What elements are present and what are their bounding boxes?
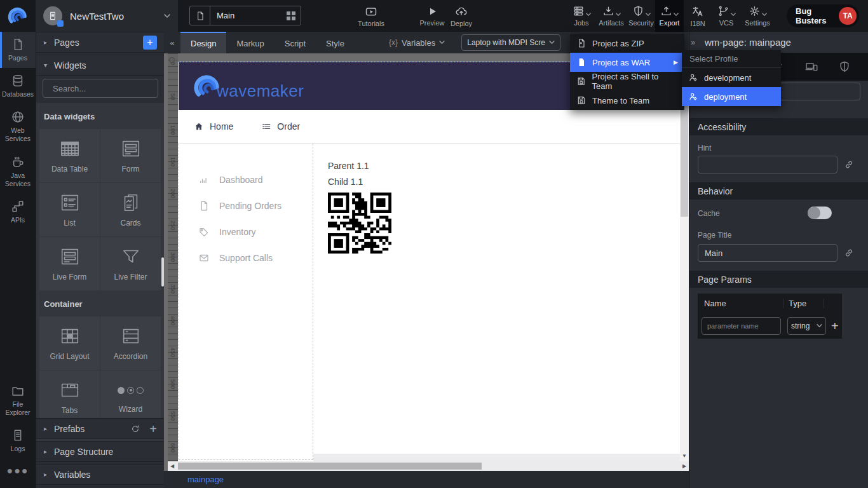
cache-toggle[interactable]: [808, 207, 832, 219]
page-sidebar-item-support-calls[interactable]: Support Calls: [179, 245, 313, 271]
top-bar: NewTestTwo Main Tutorials Preview Deploy…: [0, 0, 868, 32]
chevron-down-icon: [731, 13, 736, 17]
sidebar-item-file-explorer[interactable]: File Explorer: [0, 378, 36, 423]
tab-security-shield-icon[interactable]: [838, 60, 851, 73]
sidebar-item-logs[interactable]: Logs: [0, 423, 36, 459]
scroll-down-arrow[interactable]: [680, 452, 689, 460]
prefabs-section-header[interactable]: Prefabs +: [36, 418, 165, 439]
page-sidebar-item-inventory[interactable]: Inventory: [179, 219, 313, 245]
scroll-right-arrow[interactable]: ▶: [680, 461, 689, 471]
widget-tile-live-filter[interactable]: Live Filter: [100, 237, 161, 290]
collapse-right-panel-button[interactable]: [691, 37, 700, 47]
artifacts-menu-button[interactable]: Artifacts: [595, 0, 627, 32]
scroll-left-arrow[interactable]: ◀: [168, 461, 177, 471]
nav-item-home[interactable]: Home: [194, 121, 233, 132]
widget-search-input[interactable]: [53, 84, 165, 93]
wavemaker-logo[interactable]: [0, 0, 36, 32]
horizontal-scrollbar-thumb[interactable]: [178, 463, 482, 470]
parent-label[interactable]: Parent 1.1: [328, 161, 680, 171]
page-sidebar-widget[interactable]: Dashboard Pending Orders Inventory Suppo…: [179, 144, 313, 460]
hint-input[interactable]: [698, 156, 837, 173]
grid-layout-icon: [59, 325, 81, 347]
widget-tile-live-form[interactable]: Live Form: [39, 237, 100, 290]
settings-menu-button[interactable]: Settings: [741, 0, 774, 32]
tab-script[interactable]: Script: [275, 32, 316, 53]
device-selector[interactable]: Laptop with MDPI Screen: [461, 34, 560, 51]
chevron-down-icon[interactable]: [164, 14, 170, 18]
variables-dropdown-button[interactable]: {x} Variables: [389, 38, 445, 48]
menu-item-theme-to-team[interactable]: Theme to Team: [570, 91, 684, 110]
sidebar-item-web-services[interactable]: Web Services: [0, 104, 36, 149]
sidebar-item-apis[interactable]: APIs: [0, 194, 36, 230]
more-options-button[interactable]: ●●●: [0, 459, 36, 483]
variables-x-icon: {x}: [389, 38, 398, 47]
project-switcher[interactable]: NewTestTwo: [36, 0, 178, 32]
collapse-left-panel-button[interactable]: [166, 38, 178, 48]
preview-button[interactable]: Preview: [416, 0, 449, 32]
tab-style[interactable]: Style: [316, 32, 355, 53]
variables-section-header[interactable]: Variables: [36, 464, 165, 485]
bind-property-link-icon[interactable]: [843, 247, 855, 259]
active-page-link[interactable]: mainpage: [187, 475, 224, 484]
add-param-button[interactable]: [831, 319, 839, 334]
widget-tile-grid-layout[interactable]: Grid Layout: [39, 316, 100, 370]
page-title-input[interactable]: [698, 244, 837, 262]
add-prefab-button[interactable]: +: [149, 424, 157, 433]
widget-tile-accordion[interactable]: Accordion: [100, 316, 161, 370]
sidebar-item-pages[interactable]: Pages: [0, 32, 36, 68]
i18n-button[interactable]: I18N: [685, 0, 710, 32]
chevron-down-icon: [549, 41, 555, 44]
widget-tile-list[interactable]: List: [39, 183, 100, 236]
jobs-menu-button[interactable]: Jobs: [567, 0, 595, 32]
menu-item-project-as-war[interactable]: Project as WAR: [570, 53, 684, 72]
deploy-button[interactable]: Deploy: [446, 0, 477, 32]
sidebar-item-databases[interactable]: Databases: [0, 68, 36, 104]
widget-tile-tabs[interactable]: Tabs: [39, 370, 100, 424]
widgets-section-header[interactable]: Widgets: [36, 55, 165, 76]
chevron-right-icon: [44, 448, 54, 455]
canvas-horizontal-scrollbar[interactable]: ◀ ▶: [168, 461, 689, 471]
chevron-down-icon: [439, 41, 445, 44]
page-params-section-header[interactable]: Page Params: [689, 271, 868, 288]
avatar[interactable]: TA: [839, 7, 857, 25]
child-label[interactable]: Child 1.1: [328, 177, 680, 187]
menu-item-development-profile[interactable]: development: [682, 68, 781, 87]
widget-tile-form[interactable]: Form: [100, 129, 161, 182]
accessibility-section-header[interactable]: Accessibility: [689, 118, 868, 135]
tab-devices-icon[interactable]: [804, 60, 818, 73]
page-structure-section-header[interactable]: Page Structure: [36, 441, 165, 462]
tab-design[interactable]: Design: [180, 32, 226, 53]
nav-item-order[interactable]: Order: [261, 121, 300, 132]
team-account-button[interactable]: Bug Busters TA: [787, 4, 859, 27]
page-sidebar-item-pending-orders[interactable]: Pending Orders: [179, 193, 313, 219]
design-canvas-page[interactable]: wavemaker Home Order Dashboard: [178, 62, 680, 461]
param-name-input[interactable]: [702, 317, 781, 335]
open-page-tab[interactable]: Main: [189, 6, 301, 25]
param-type-select[interactable]: string: [787, 317, 826, 335]
folder-icon: [11, 384, 25, 398]
wavemaker-wave-icon: [7, 5, 29, 27]
pages-section-header[interactable]: Pages: [36, 32, 165, 53]
widget-tile-cards[interactable]: Cards: [100, 183, 161, 236]
tab-markup[interactable]: Markup: [226, 32, 274, 53]
widget-tile-wizard[interactable]: Wizard: [100, 370, 161, 424]
grid-view-icon[interactable]: [287, 11, 295, 20]
sidebar-item-java-services[interactable]: Java Services: [0, 149, 36, 194]
bind-property-link-icon[interactable]: [843, 159, 855, 170]
security-menu-button[interactable]: Security: [626, 0, 656, 32]
toggle-knob: [808, 207, 820, 219]
chevron-down-icon: [674, 13, 679, 17]
menu-item-project-as-zip[interactable]: Project as ZIP: [570, 34, 684, 53]
page-content-widget[interactable]: Parent 1.1 Child 1.1: [313, 144, 680, 461]
canvas-vertical-scrollbar[interactable]: [680, 54, 689, 461]
menu-item-project-as-shell-to-team[interactable]: Project as Shell to Team: [570, 72, 684, 91]
export-menu-button[interactable]: Export: [655, 0, 684, 32]
refresh-icon[interactable]: [130, 424, 140, 434]
behavior-section-header[interactable]: Behavior: [689, 182, 868, 200]
page-sidebar-item-dashboard[interactable]: Dashboard: [179, 166, 313, 193]
widget-tile-data-table[interactable]: Data Table: [39, 129, 100, 182]
vcs-menu-button[interactable]: VCS: [713, 0, 740, 32]
menu-item-deployment-profile[interactable]: deployment: [682, 87, 781, 106]
add-page-button[interactable]: [143, 36, 157, 50]
tutorials-button[interactable]: Tutorials: [353, 0, 389, 32]
